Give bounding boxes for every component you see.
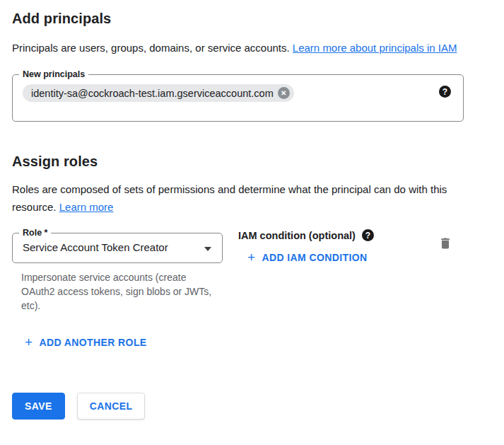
chip-remove-icon[interactable]: ✕ (278, 87, 290, 99)
new-principals-label: New principals (19, 69, 88, 80)
plus-icon: + (247, 253, 256, 262)
plus-icon: + (25, 337, 33, 347)
delete-role-column (438, 236, 452, 254)
principal-chip-value: identity-sa@cockroach-test.iam.gservicea… (31, 88, 274, 99)
role-column: Role * Service Account Token Creator Imp… (12, 233, 223, 313)
cancel-button[interactable]: CANCEL (77, 393, 146, 420)
role-helper-text: Impersonate service accounts (create OAu… (21, 270, 218, 313)
iam-condition-help-icon[interactable]: ? (362, 229, 374, 241)
learn-more-principals-link[interactable]: Learn more about principals in IAM (293, 42, 457, 54)
add-another-role-button[interactable]: + ADD ANOTHER ROLE (25, 337, 147, 348)
roles-description: Roles are composed of sets of permission… (12, 180, 480, 216)
iam-condition-column: IAM condition (optional) ? + ADD IAM CON… (238, 233, 438, 265)
action-buttons-row: SAVE CANCEL (12, 393, 492, 420)
new-principals-field[interactable]: New principals identity-sa@cockroach-tes… (12, 74, 464, 122)
save-button[interactable]: SAVE (12, 393, 65, 420)
role-select[interactable]: Role * Service Account Token Creator (12, 233, 223, 263)
principals-description-text: Principals are users, groups, domains, o… (12, 42, 293, 54)
learn-more-roles-link[interactable]: Learn more (59, 201, 114, 213)
delete-role-button[interactable] (438, 236, 452, 253)
principal-chip: identity-sa@cockroach-test.iam.gservicea… (23, 84, 294, 102)
assign-roles-title: Assign roles (12, 154, 492, 170)
add-iam-condition-button[interactable]: + ADD IAM CONDITION (247, 252, 368, 263)
iam-condition-label: IAM condition (optional) (238, 230, 356, 241)
iam-condition-label-row: IAM condition (optional) ? (238, 229, 438, 241)
add-another-role-label: ADD ANOTHER ROLE (40, 337, 147, 348)
trash-icon (438, 236, 452, 251)
principals-description: Principals are users, groups, domains, o… (12, 39, 480, 57)
role-row: Role * Service Account Token Creator Imp… (12, 233, 492, 313)
principals-help-icon[interactable]: ? (439, 86, 451, 98)
add-iam-condition-label: ADD IAM CONDITION (262, 252, 368, 263)
role-label: Role * (19, 227, 51, 238)
page-title: Add principals (12, 11, 492, 27)
add-principals-panel: Add principals Principals are users, gro… (0, 0, 504, 420)
chevron-down-icon (204, 247, 211, 251)
